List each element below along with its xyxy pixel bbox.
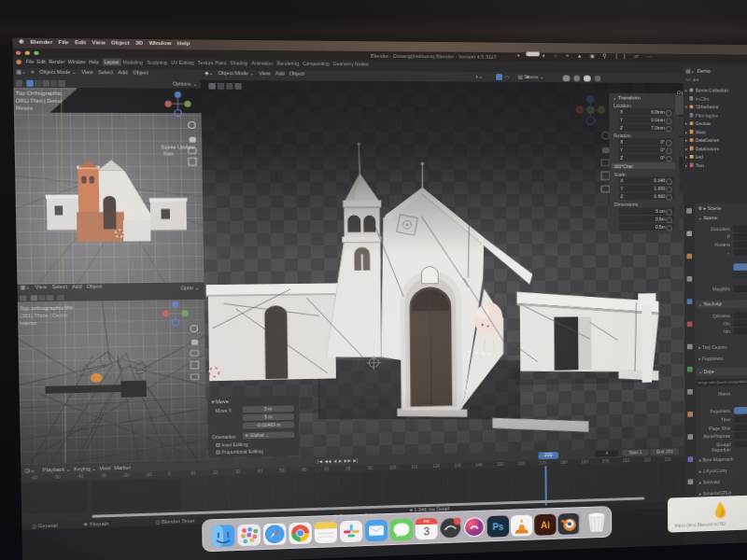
svg-text:Stats: Stats xyxy=(163,150,175,156)
svg-text:Scene Update: Scene Update xyxy=(161,144,194,149)
svg-text:Ai: Ai xyxy=(541,521,550,530)
svg-text:3: 3 xyxy=(423,525,430,538)
svg-text:FRI: FRI xyxy=(423,520,429,525)
svg-text:Ps: Ps xyxy=(492,523,503,532)
